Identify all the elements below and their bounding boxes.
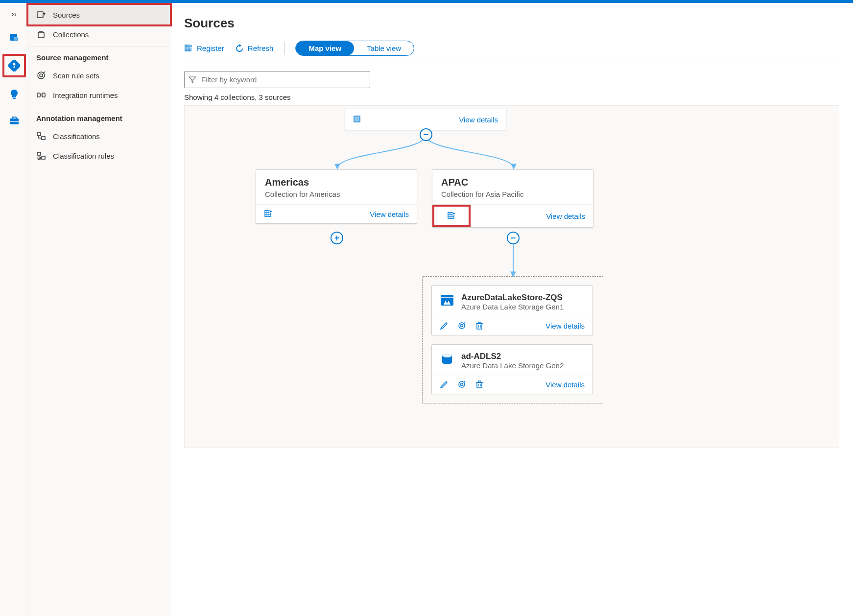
filter-input[interactable] xyxy=(184,71,370,88)
rail-item-management[interactable] xyxy=(4,111,24,130)
source-title: ad-ADLS2 xyxy=(461,352,564,361)
register-label: Register xyxy=(197,44,224,52)
sidebar-item-scan-rule-sets[interactable]: Scan rule sets xyxy=(28,66,170,85)
apac-view-details[interactable]: View details xyxy=(546,212,585,220)
svg-rect-8 xyxy=(10,121,19,122)
svg-rect-30 xyxy=(477,324,482,329)
root-collapse-badge[interactable]: − xyxy=(420,128,432,141)
edit-icon[interactable] xyxy=(440,380,449,389)
sidebar-item-label: Scan rule sets xyxy=(53,71,99,80)
adls-gen1-icon xyxy=(440,293,454,308)
svg-rect-17 xyxy=(37,152,41,155)
svg-point-34 xyxy=(461,383,463,386)
rail-item-data[interactable] xyxy=(4,27,24,47)
refresh-label: Refresh xyxy=(248,44,274,52)
rail-item-sources[interactable] xyxy=(2,54,26,77)
node-subtitle: Collection for Asia Pacific xyxy=(441,190,584,198)
delete-icon[interactable] xyxy=(475,321,484,330)
rail-item-insights[interactable] xyxy=(4,84,24,104)
register-source-icon[interactable] xyxy=(264,210,273,218)
svg-point-32 xyxy=(442,354,452,357)
node-subtitle: Collection for Americas xyxy=(265,190,408,198)
sidebar-item-classifications[interactable]: Classifications xyxy=(28,126,170,146)
source-title: AzureDataLakeStore-ZQS xyxy=(461,293,564,303)
grid-icon xyxy=(353,115,362,124)
toolbar: Register Refresh Map view Table view xyxy=(184,41,839,63)
root-view-details[interactable]: View details xyxy=(459,116,498,124)
svg-rect-22 xyxy=(354,116,360,122)
source-card-adls2[interactable]: ad-ADLS2 Azure Data Lake Storage Gen2 Vi… xyxy=(431,344,593,394)
classification-icon xyxy=(36,131,46,141)
sources-group-apac: AzureDataLakeStore-ZQS Azure Data Lake S… xyxy=(422,276,603,403)
refresh-icon xyxy=(235,44,244,53)
source-view-details[interactable]: View details xyxy=(545,322,585,330)
refresh-button[interactable]: Refresh xyxy=(235,44,274,53)
page-title: Sources xyxy=(184,16,839,31)
sidebar-item-label: Sources xyxy=(53,11,80,19)
register-source-icon[interactable] xyxy=(447,212,456,220)
table-view-toggle[interactable]: Table view xyxy=(354,41,414,55)
sidebar-item-collections[interactable]: Collections xyxy=(28,24,170,44)
sidebar-item-label: Collections xyxy=(53,30,89,39)
register-button[interactable]: Register xyxy=(184,44,224,53)
toolbox-icon xyxy=(8,115,20,126)
svg-rect-14 xyxy=(42,93,45,97)
target-icon xyxy=(36,71,46,80)
svg-point-29 xyxy=(461,325,463,327)
nav-rail: ›› xyxy=(0,3,28,616)
source-subtitle: Azure Data Lake Storage Gen2 xyxy=(461,361,564,370)
scan-icon[interactable] xyxy=(457,380,466,389)
collection-node-americas[interactable]: Americas Collection for Americas View de… xyxy=(256,169,417,224)
americas-expand-badge[interactable]: + xyxy=(331,232,343,244)
sidebar-item-label: Classifications xyxy=(53,132,100,141)
svg-rect-13 xyxy=(37,93,40,97)
source-view-details[interactable]: View details xyxy=(545,380,585,389)
svg-rect-9 xyxy=(37,12,43,18)
svg-rect-10 xyxy=(38,32,44,38)
apac-collapse-badge[interactable]: − xyxy=(507,232,520,244)
sidebar-item-sources[interactable]: Sources xyxy=(26,3,172,26)
source-subtitle: Azure Data Lake Storage Gen1 xyxy=(461,303,564,311)
filter-input-wrapper xyxy=(184,71,370,88)
sidebar-section-source-mgmt: Source management xyxy=(28,46,170,66)
svg-point-4 xyxy=(13,63,15,66)
sidebar-item-integration-runtimes[interactable]: Integration runtimes xyxy=(28,85,170,105)
map-canvas[interactable]: View details − Americas Collection for A… xyxy=(184,105,839,448)
node-title: APAC xyxy=(441,177,584,188)
svg-rect-15 xyxy=(37,133,41,136)
sources-icon xyxy=(8,60,20,71)
root-collection-node[interactable]: View details xyxy=(345,109,506,130)
expand-rail-button[interactable]: ›› xyxy=(7,8,21,21)
class-rules-icon xyxy=(36,151,46,161)
edit-icon[interactable] xyxy=(440,321,449,330)
collection-node-apac[interactable]: APAC Collection for Asia Pacific View de… xyxy=(432,169,593,228)
collections-icon xyxy=(36,29,46,39)
svg-rect-35 xyxy=(477,382,482,388)
sidebar: Sources Collections Source management Sc… xyxy=(28,3,170,616)
svg-rect-18 xyxy=(42,156,45,159)
svg-rect-7 xyxy=(12,117,16,119)
connector-apac-children xyxy=(185,238,625,282)
register-icon xyxy=(184,44,193,53)
scan-icon[interactable] xyxy=(457,321,466,330)
database-icon xyxy=(8,31,20,43)
delete-icon[interactable] xyxy=(475,380,484,389)
svg-rect-16 xyxy=(42,137,45,140)
svg-point-12 xyxy=(40,74,43,77)
svg-point-2 xyxy=(13,37,18,40)
showing-count: Showing 4 collections, 3 sources xyxy=(184,93,839,101)
toolbar-separator xyxy=(284,42,284,55)
sidebar-section-annotation-mgmt: Annotation management xyxy=(28,107,170,126)
americas-view-details[interactable]: View details xyxy=(370,210,409,218)
runtime-icon xyxy=(36,90,46,100)
svg-rect-5 xyxy=(13,98,16,99)
map-view-toggle[interactable]: Map view xyxy=(296,41,354,55)
lightbulb-icon xyxy=(8,88,20,100)
sidebar-item-classification-rules[interactable]: Classification rules xyxy=(28,146,170,166)
sources-nav-icon xyxy=(36,10,46,20)
sidebar-item-label: Classification rules xyxy=(53,152,114,160)
sidebar-item-label: Integration runtimes xyxy=(53,91,118,99)
adls-gen2-icon xyxy=(440,352,454,366)
main-content: Sources Register Refresh Map view Table … xyxy=(170,3,853,616)
source-card-adls1[interactable]: AzureDataLakeStore-ZQS Azure Data Lake S… xyxy=(431,285,593,335)
